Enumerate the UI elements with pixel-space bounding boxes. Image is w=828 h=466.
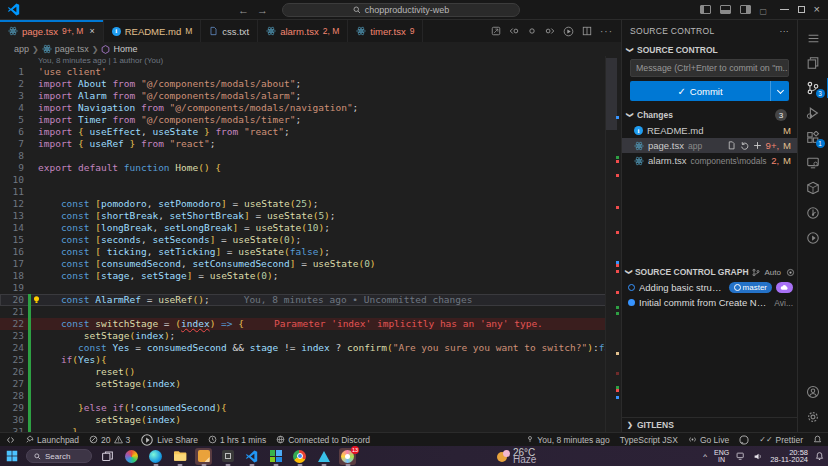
code-line-29[interactable]: 29 }else if(!consumedSecond){ bbox=[0, 402, 621, 414]
status-item-launchpad[interactable]: Launchpad bbox=[25, 435, 79, 445]
code-line-18[interactable]: 18 const [stage, setStage] = useState(0)… bbox=[0, 270, 621, 282]
status-item-github-icon[interactable] bbox=[739, 435, 749, 445]
next-change-icon[interactable] bbox=[545, 26, 555, 36]
code-line-24[interactable]: 24 const Yes = consumedSecond && stage !… bbox=[0, 342, 621, 354]
minimap[interactable] bbox=[605, 56, 621, 432]
code-line-22[interactable]: 22 const switchStage = (index) => {Param… bbox=[0, 318, 621, 330]
code-line-9[interactable]: 9export default function Home() { bbox=[0, 162, 621, 174]
taskbar-search[interactable]: Search bbox=[26, 449, 92, 463]
taskbar-app-app-colorwheel[interactable] bbox=[123, 448, 140, 465]
code-line-19[interactable]: 19 bbox=[0, 282, 621, 294]
change-row-page.tsx[interactable]: page.tsxapp9+,M bbox=[622, 138, 797, 153]
run-debug-icon[interactable] bbox=[798, 101, 828, 125]
toggle-panel-icon[interactable] bbox=[720, 5, 731, 14]
commit-message-input[interactable]: Message (Ctrl+Enter to commit on "m... bbox=[630, 59, 789, 77]
menu-icon[interactable] bbox=[798, 26, 828, 50]
remote-explorer-icon[interactable] bbox=[798, 151, 828, 175]
start-button[interactable] bbox=[4, 449, 19, 464]
maximize-button[interactable] bbox=[798, 6, 805, 13]
code-line-13[interactable]: 13 const [shortBreak, setShortBreak] = u… bbox=[0, 210, 621, 222]
tray-chevron-icon[interactable]: ^ bbox=[703, 452, 707, 461]
tab-alarm.tsx[interactable]: alarm.tsx2, M bbox=[258, 20, 348, 42]
code-line-7[interactable]: 7import { useRef } from "react"; bbox=[0, 138, 621, 150]
taskbar-app-drive[interactable] bbox=[315, 448, 332, 465]
taskbar-app-chrome[interactable] bbox=[291, 448, 308, 465]
discard-icon[interactable] bbox=[740, 141, 749, 150]
taskbar-app-app-dark[interactable] bbox=[219, 448, 236, 465]
stage-icon[interactable] bbox=[753, 141, 762, 150]
taskbar-app-vscode[interactable] bbox=[243, 448, 260, 465]
code-line-30[interactable]: 30 setStage(index) bbox=[0, 414, 621, 426]
lightbulb-icon[interactable] bbox=[32, 295, 41, 304]
scm-section-title[interactable]: SOURCE CONTROL bbox=[637, 45, 718, 55]
status-item-you-8-minutes-ago[interactable]: You, 8 minutes ago bbox=[526, 435, 609, 445]
account-icon[interactable] bbox=[798, 380, 828, 404]
source-control-icon[interactable]: 3 bbox=[798, 76, 828, 100]
code-line-2[interactable]: 2import About from "@/components/modals/… bbox=[0, 78, 621, 90]
codelens-annotation[interactable]: You, 8 minutes ago | 1 author (You) bbox=[0, 56, 621, 66]
breadcrumb-item-page.tsx[interactable]: page.tsx bbox=[55, 44, 89, 54]
code-line-20[interactable]: 20 const AlarmRef = useRef();You, 8 minu… bbox=[0, 294, 621, 306]
taskbar-app-file-explorer[interactable] bbox=[171, 448, 188, 465]
status-item-bell-icon[interactable] bbox=[813, 435, 822, 444]
status-item-connected-to-discord[interactable]: Connected to Discord bbox=[276, 435, 370, 445]
breadcrumb-item-app[interactable]: app bbox=[14, 44, 29, 54]
open-file-icon[interactable] bbox=[727, 141, 736, 150]
status-item-1-hrs-1-mins[interactable]: 1 hrs 1 mins bbox=[208, 435, 266, 445]
commit-row[interactable]: Adding basic structure a...master bbox=[622, 280, 797, 295]
minimize-button[interactable] bbox=[780, 9, 789, 10]
code-line-26[interactable]: 26 reset() bbox=[0, 366, 621, 378]
split-editor-icon[interactable] bbox=[582, 26, 592, 36]
gitlens-compare-icon[interactable] bbox=[491, 26, 501, 36]
run-button[interactable] bbox=[563, 26, 574, 37]
minimap-slider[interactable] bbox=[606, 58, 617, 130]
close-button[interactable]: × bbox=[814, 4, 820, 15]
code-line-17[interactable]: 17 const [consumedSecond, setConsumedSec… bbox=[0, 258, 621, 270]
commit-dropdown-button[interactable] bbox=[771, 81, 789, 101]
more-actions-icon[interactable]: ··· bbox=[780, 26, 789, 36]
nav-forward-icon[interactable]: → bbox=[257, 4, 268, 16]
toggle-primary-sidebar-icon[interactable] bbox=[700, 5, 711, 14]
settings-gear-icon[interactable] bbox=[798, 405, 828, 429]
weather-widget[interactable]: 26°C Haze bbox=[497, 449, 536, 464]
change-row-alarm.tsx[interactable]: alarm.tsxcomponents\modals2,M bbox=[622, 153, 797, 168]
explorer-icon[interactable] bbox=[798, 51, 828, 75]
change-row-README.md[interactable]: iREADME.mdM bbox=[622, 123, 797, 138]
code-line-5[interactable]: 5import Timer from "@/components/modals/… bbox=[0, 114, 621, 126]
status-item-live-share[interactable]: Live Share bbox=[140, 433, 198, 447]
customize-layout-icon[interactable] bbox=[760, 5, 771, 14]
notification-bell-icon[interactable] bbox=[815, 451, 824, 461]
package-icon[interactable] bbox=[798, 176, 828, 200]
status-item-prettier[interactable]: ✓✓Prettier bbox=[759, 435, 803, 445]
live-share-icon[interactable] bbox=[798, 226, 828, 250]
code-line-15[interactable]: 15 const [seconds, setSeconds] = useStat… bbox=[0, 234, 621, 246]
clock-date[interactable]: 20:5828-11-2024 bbox=[770, 449, 808, 464]
code-editor[interactable]: You, 8 minutes ago | 1 author (You) 1'us… bbox=[0, 56, 621, 432]
status-item-remote-window-icon[interactable] bbox=[6, 436, 15, 444]
gitlens-section[interactable]: ❯ GITLENS bbox=[622, 417, 797, 432]
command-center-search[interactable]: chopproductivity-web bbox=[282, 3, 520, 17]
code-line-12[interactable]: 12 const [pomodoro, setPomodoro] = useSt… bbox=[0, 198, 621, 210]
volume-icon[interactable] bbox=[753, 452, 763, 461]
tab-page.tsx[interactable]: page.tsx9+, M× bbox=[0, 20, 104, 42]
graph-settings-icon[interactable] bbox=[786, 268, 795, 277]
tab-README.md[interactable]: iREADME.mdM bbox=[104, 20, 202, 42]
breadcrumb-item-Home[interactable]: Home bbox=[113, 44, 137, 54]
graph-section-label[interactable]: SOURCE CONTROL GRAPH bbox=[635, 267, 749, 277]
code-line-3[interactable]: 3import Alarm from "@/components/modals/… bbox=[0, 90, 621, 102]
code-line-10[interactable]: 10 bbox=[0, 174, 621, 186]
language-indicator[interactable]: ENGIN bbox=[714, 449, 729, 464]
code-line-8[interactable]: 8 bbox=[0, 150, 621, 162]
changes-section-label[interactable]: Changes bbox=[637, 110, 673, 120]
code-line-31[interactable]: 31 } bbox=[0, 426, 621, 432]
code-line-6[interactable]: 6import { useEffect, useState } from "re… bbox=[0, 126, 621, 138]
code-line-14[interactable]: 14 const [longBreak, setLongBreak] = use… bbox=[0, 222, 621, 234]
change-icon[interactable] bbox=[527, 26, 537, 36]
code-line-1[interactable]: 1'use client' bbox=[0, 66, 621, 78]
tab-timer.tsx[interactable]: timer.tsx9 bbox=[348, 20, 423, 42]
commit-row[interactable]: Initial commit from Create Next AppAvi..… bbox=[622, 295, 797, 310]
more-actions-icon[interactable]: ··· bbox=[600, 26, 613, 37]
status-item-typescript-jsx[interactable]: TypeScript JSX bbox=[620, 435, 678, 445]
code-line-11[interactable]: 11 bbox=[0, 186, 621, 198]
code-line-21[interactable]: 21 bbox=[0, 306, 621, 318]
